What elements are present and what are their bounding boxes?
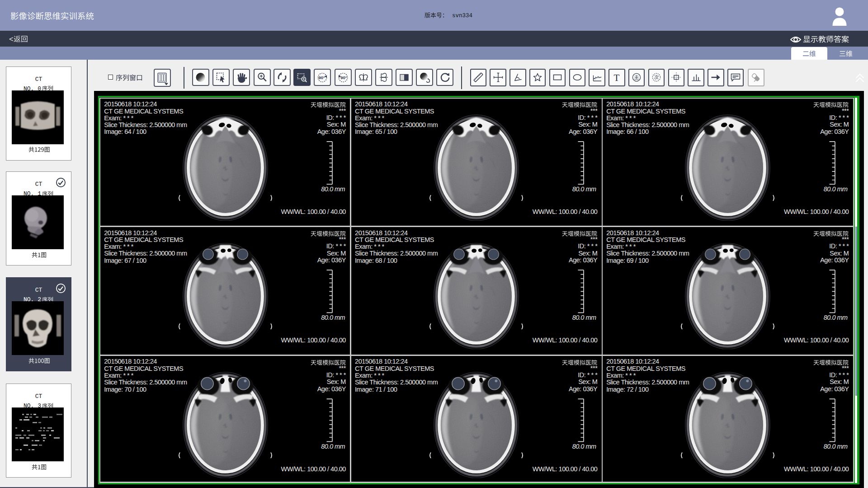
svg-text:90°: 90° <box>318 75 325 80</box>
svg-text:90°: 90° <box>340 75 347 80</box>
svg-text:T: T <box>614 72 620 83</box>
